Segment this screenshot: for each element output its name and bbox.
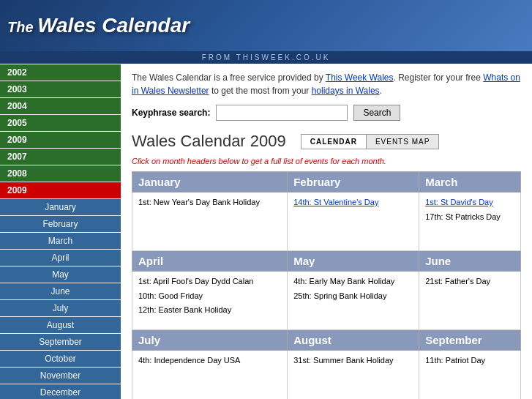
- event-item[interactable]: 1st: St David's Day: [425, 196, 514, 209]
- sidebar: 20022003200420052009200720082009 January…: [0, 64, 121, 399]
- event-item: 11th: Patriot Day: [425, 354, 514, 368]
- tab-group: CALENDAR EVENTS MAP: [301, 134, 440, 149]
- click-instruction: Click on month headers below to get a fu…: [132, 157, 521, 165]
- search-button[interactable]: Search: [353, 105, 400, 121]
- event-item: 1st: April Fool's Day Dydd Calan: [138, 275, 281, 288]
- sidebar-year-2004[interactable]: 2004: [0, 98, 121, 114]
- sidebar-month-december[interactable]: December: [0, 384, 121, 399]
- month-link-may[interactable]: May: [293, 255, 315, 267]
- main-layout: 20022003200420052009200720082009 January…: [0, 64, 532, 399]
- info-text-after: to get the most from your: [209, 86, 312, 96]
- sidebar-month-january[interactable]: January: [0, 199, 121, 215]
- sidebar-months: JanuaryFebruaryMarchAprilMayJuneJulyAugu…: [0, 199, 121, 399]
- sidebar-month-march[interactable]: March: [0, 233, 121, 249]
- month-content-september: 11th: Patriot Day: [419, 351, 521, 400]
- calendar-grid: JanuaryFebruaryMarch1st: New Year's Day …: [132, 171, 521, 399]
- month-content-may: 4th: Early May Bank Holiday25th: Spring …: [288, 272, 419, 330]
- sidebar-year-2007[interactable]: 2007: [0, 149, 121, 165]
- info-text-end: .: [380, 86, 382, 96]
- search-label: Keyphrase search:: [132, 108, 210, 118]
- month-header-may[interactable]: May: [288, 251, 419, 272]
- sidebar-year-2008[interactable]: 2008: [0, 165, 121, 182]
- month-link-january[interactable]: January: [138, 176, 181, 188]
- month-link-march[interactable]: March: [425, 176, 457, 188]
- month-content-january: 1st: New Year's Day Bank Holiday: [132, 193, 288, 251]
- site-domain: FROM THISWEEK.CO.UK: [202, 53, 331, 61]
- sidebar-month-november[interactable]: November: [0, 368, 121, 384]
- month-header-september[interactable]: September: [419, 330, 521, 351]
- month-link-july[interactable]: July: [138, 334, 160, 346]
- month-link-april[interactable]: April: [138, 255, 163, 267]
- tab-calendar[interactable]: CALENDAR: [301, 135, 367, 149]
- event-item: 10th: Good Friday: [138, 290, 281, 303]
- month-link-august[interactable]: August: [293, 334, 331, 346]
- tab-events-map[interactable]: EVENTS MAP: [367, 135, 438, 149]
- sidebar-month-april[interactable]: April: [0, 250, 121, 266]
- sidebar-month-july[interactable]: July: [0, 300, 121, 316]
- month-header-february[interactable]: February: [288, 172, 419, 193]
- sidebar-month-september[interactable]: September: [0, 334, 121, 350]
- month-header-april[interactable]: April: [132, 251, 288, 272]
- calendar-header: Wales Calendar 2009 CALENDAR EVENTS MAP: [132, 132, 521, 151]
- info-text-before-link1: The Wales Calendar is a free service pro…: [132, 72, 326, 83]
- event-link[interactable]: 1st: St David's Day: [425, 198, 493, 206]
- event-item: 12th: Easter Bank Holiday: [138, 304, 281, 317]
- sidebar-month-may[interactable]: May: [0, 266, 121, 283]
- month-link-june[interactable]: June: [425, 255, 451, 267]
- search-bar: Keyphrase search: Search: [132, 105, 521, 121]
- page-header: The Wales Calendar: [0, 0, 532, 51]
- info-text-between: . Register for your free: [394, 72, 484, 83]
- month-link-september[interactable]: September: [425, 334, 482, 346]
- event-item: 4th: Early May Bank Holiday: [293, 275, 413, 288]
- month-header-july[interactable]: July: [132, 330, 288, 351]
- month-content-august: 31st: Summer Bank Holiday: [288, 351, 419, 400]
- sidebar-month-june[interactable]: June: [0, 283, 121, 299]
- event-item: 1st: New Year's Day Bank Holiday: [138, 196, 281, 209]
- event-item: 17th: St Patricks Day: [425, 211, 514, 224]
- event-item: 4th: Independence Day USA: [138, 354, 281, 368]
- holidays-link[interactable]: holidays in Wales: [312, 86, 380, 96]
- event-item: 25th: Spring Bank Holiday: [293, 290, 413, 303]
- event-link[interactable]: 14th: St Valentine's Day: [293, 198, 378, 206]
- sidebar-month-august[interactable]: August: [0, 317, 121, 333]
- month-header-march[interactable]: March: [419, 172, 521, 193]
- calendar-title: Wales Calendar 2009: [132, 132, 286, 151]
- month-content-july: 4th: Independence Day USA: [132, 351, 288, 400]
- content-area: The Wales Calendar is a free service pro…: [121, 64, 532, 399]
- month-content-april: 1st: April Fool's Day Dydd Calan10th: Go…: [132, 272, 288, 330]
- month-content-february: 14th: St Valentine's Day: [288, 193, 419, 251]
- month-content-june: 21st: Father's Day: [419, 272, 521, 330]
- sidebar-year-2005[interactable]: 2005: [0, 115, 121, 131]
- month-content-march: 1st: St David's Day17th: St Patricks Day: [419, 193, 521, 251]
- site-title: The Wales Calendar: [7, 14, 190, 37]
- month-header-august[interactable]: August: [288, 330, 419, 351]
- sidebar-month-february[interactable]: February: [0, 216, 121, 232]
- month-header-january[interactable]: January: [132, 172, 288, 193]
- sidebar-year-2002[interactable]: 2002: [0, 64, 121, 81]
- info-text: The Wales Calendar is a free service pro…: [132, 71, 521, 97]
- sidebar-year-2009[interactable]: 2009: [0, 132, 121, 148]
- thisweekwales-link[interactable]: This Week Wales: [326, 72, 394, 83]
- month-header-june[interactable]: June: [419, 251, 521, 272]
- event-item: 31st: Summer Bank Holiday: [293, 354, 413, 368]
- month-link-february[interactable]: February: [293, 176, 340, 188]
- sidebar-year-2003[interactable]: 2003: [0, 81, 121, 97]
- event-item[interactable]: 14th: St Valentine's Day: [293, 196, 413, 209]
- site-subheader: FROM THISWEEK.CO.UK: [0, 51, 532, 64]
- search-input[interactable]: [216, 105, 348, 121]
- event-item: 21st: Father's Day: [425, 275, 514, 288]
- sidebar-years: 20022003200420052009200720082009: [0, 64, 121, 198]
- sidebar-year-2009[interactable]: 2009: [0, 182, 121, 198]
- sidebar-month-october[interactable]: October: [0, 351, 121, 367]
